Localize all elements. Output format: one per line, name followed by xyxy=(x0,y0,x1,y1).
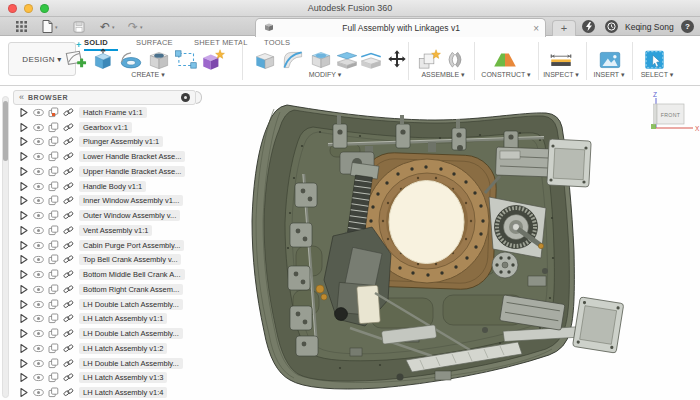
browser-item-label[interactable]: LH Double Latch Assembly... xyxy=(79,358,183,369)
shell-icon[interactable] xyxy=(308,48,334,72)
expand-caret-icon[interactable] xyxy=(18,269,29,280)
browser-item-row[interactable]: Bottom Right Crank Assem... xyxy=(11,282,211,297)
expand-caret-icon[interactable] xyxy=(18,151,29,162)
expand-caret-icon[interactable] xyxy=(18,240,29,251)
browser-item-label[interactable]: Vent Assembly v1:1 xyxy=(79,225,152,236)
browser-item-row[interactable]: Upper Handle Bracket Asse... xyxy=(11,164,211,179)
visibility-eye-icon[interactable] xyxy=(33,225,44,236)
browser-item-row[interactable]: Outer Window Assembly v... xyxy=(11,208,211,223)
select-icon[interactable] xyxy=(642,48,668,72)
expand-caret-icon[interactable] xyxy=(18,122,29,133)
browser-item-label[interactable]: Handle Body v1:1 xyxy=(79,181,146,192)
browser-item-label[interactable]: LH Latch Assembly v1:3 xyxy=(79,372,167,383)
expand-caret-icon[interactable] xyxy=(18,387,29,398)
browser-item-row[interactable]: Plunger Assembly v1:1 xyxy=(11,135,211,150)
browser-item-row[interactable]: Lower Handle Bracket Asse... xyxy=(11,149,211,164)
collapse-panel-icon[interactable]: « xyxy=(19,92,24,102)
visibility-eye-icon[interactable] xyxy=(33,328,44,339)
file-menu-button[interactable]: ▾ xyxy=(42,19,58,34)
handle-body-part[interactable] xyxy=(357,285,381,323)
expand-caret-icon[interactable] xyxy=(18,166,29,177)
extensions-icon[interactable] xyxy=(582,20,595,33)
browser-item-label[interactable]: Lower Handle Bracket Asse... xyxy=(79,151,185,162)
create-form-icon[interactable] xyxy=(200,48,226,72)
undo-button[interactable]: ↶ ▾ xyxy=(100,19,115,34)
browser-item-row[interactable]: Hatch Frame v1:1 xyxy=(11,105,211,120)
visibility-eye-icon[interactable] xyxy=(33,166,44,177)
browser-item-label[interactable]: Bottom Right Crank Assem... xyxy=(79,284,183,295)
browser-item-row[interactable]: LH Double Latch Assembly... xyxy=(11,326,211,341)
expand-caret-icon[interactable] xyxy=(18,284,29,295)
visibility-eye-icon[interactable] xyxy=(33,122,44,133)
expand-caret-icon[interactable] xyxy=(18,254,29,265)
browser-item-row[interactable]: Handle Body v1:1 xyxy=(11,179,211,194)
visibility-eye-icon[interactable] xyxy=(33,107,44,118)
select-group-label[interactable]: SELECT ▾ xyxy=(622,71,692,79)
bolt-hub[interactable] xyxy=(492,252,518,278)
expand-caret-icon[interactable] xyxy=(18,107,29,118)
expand-caret-icon[interactable] xyxy=(18,136,29,147)
browser-item-row[interactable]: Inner Window Assembly v1... xyxy=(11,194,211,209)
data-panel-grid-icon[interactable] xyxy=(16,19,27,34)
browser-item-label[interactable]: LH Latch Assembly v1:2 xyxy=(79,343,167,354)
browser-item-label[interactable]: Bottom Middle Bell Crank A... xyxy=(79,269,185,280)
visibility-eye-icon[interactable] xyxy=(33,136,44,147)
joint-icon[interactable] xyxy=(442,48,468,72)
new-component-icon[interactable] xyxy=(416,48,442,72)
browser-item-row[interactable]: LH Double Latch Assembly... xyxy=(11,356,211,371)
browser-item-label[interactable]: LH Latch Assembly v1:1 xyxy=(79,313,167,324)
visibility-eye-icon[interactable] xyxy=(33,240,44,251)
browser-item-row[interactable]: Top Bell Crank Assembly v... xyxy=(11,253,211,268)
visibility-eye-icon[interactable] xyxy=(33,195,44,206)
new-tab-button[interactable]: + xyxy=(552,20,576,36)
browser-item-label[interactable]: LH Double Latch Assembly... xyxy=(79,299,183,310)
browser-scrollbar-thumb[interactable] xyxy=(3,101,8,161)
redo-button[interactable]: ↷ ▾ xyxy=(128,19,143,34)
help-icon[interactable]: ? xyxy=(681,20,694,33)
visibility-eye-icon[interactable] xyxy=(33,269,44,280)
expand-caret-icon[interactable] xyxy=(18,299,29,310)
view-cube[interactable]: Z X FRONT xyxy=(640,88,700,138)
browser-resize-handle[interactable] xyxy=(196,91,202,104)
ring-gear-mechanism[interactable] xyxy=(489,197,546,258)
press-pull-icon[interactable] xyxy=(252,48,278,72)
create-sketch-icon[interactable] xyxy=(62,48,88,72)
modify-group-label[interactable]: MODIFY ▾ xyxy=(290,71,360,79)
extrude-icon[interactable] xyxy=(90,48,116,72)
visibility-eye-icon[interactable] xyxy=(33,343,44,354)
visibility-eye-icon[interactable] xyxy=(33,358,44,369)
user-account-button[interactable]: Keqing Song xyxy=(625,22,674,32)
move-copy-icon[interactable] xyxy=(384,48,410,72)
browser-item-label[interactable]: Upper Handle Bracket Asse... xyxy=(79,166,185,177)
expand-caret-icon[interactable] xyxy=(18,343,29,354)
save-icon[interactable] xyxy=(73,19,85,34)
expand-caret-icon[interactable] xyxy=(18,328,29,339)
visibility-eye-icon[interactable] xyxy=(33,151,44,162)
expand-caret-icon[interactable] xyxy=(18,372,29,383)
browser-item-label[interactable]: Top Bell Crank Assembly v... xyxy=(79,254,181,265)
browser-item-row[interactable]: Bottom Middle Bell Crank A... xyxy=(11,267,211,282)
revolve-icon[interactable] xyxy=(118,48,144,72)
fillet-icon[interactable] xyxy=(280,48,306,72)
browser-scrollbar[interactable] xyxy=(2,96,9,398)
browser-item-row[interactable]: LH Double Latch Assembly... xyxy=(11,297,211,312)
browser-item-label[interactable]: Plunger Assembly v1:1 xyxy=(79,136,163,147)
visibility-eye-icon[interactable] xyxy=(33,313,44,324)
hole-icon[interactable] xyxy=(146,48,172,72)
measure-icon[interactable] xyxy=(548,48,574,72)
construct-plane-icon[interactable] xyxy=(492,48,518,72)
sketch-rectangle-icon[interactable] xyxy=(174,48,200,72)
browser-item-row[interactable]: LH Latch Assembly v1:4 xyxy=(11,385,211,400)
visibility-eye-icon[interactable] xyxy=(33,254,44,265)
expand-caret-icon[interactable] xyxy=(18,225,29,236)
visibility-eye-icon[interactable] xyxy=(33,181,44,192)
visibility-eye-icon[interactable] xyxy=(33,387,44,398)
expand-caret-icon[interactable] xyxy=(18,195,29,206)
undo-caret-icon[interactable]: ▾ xyxy=(112,24,115,30)
browser-item-label[interactable]: Cabin Purge Port Assembly... xyxy=(79,240,184,251)
expand-caret-icon[interactable] xyxy=(18,181,29,192)
browser-item-label[interactable]: LH Double Latch Assembly... xyxy=(79,328,183,339)
split-body-icon[interactable] xyxy=(358,48,384,72)
browser-item-row[interactable]: Cabin Purge Port Assembly... xyxy=(11,238,211,253)
hatch-assembly-model[interactable] xyxy=(200,88,700,400)
